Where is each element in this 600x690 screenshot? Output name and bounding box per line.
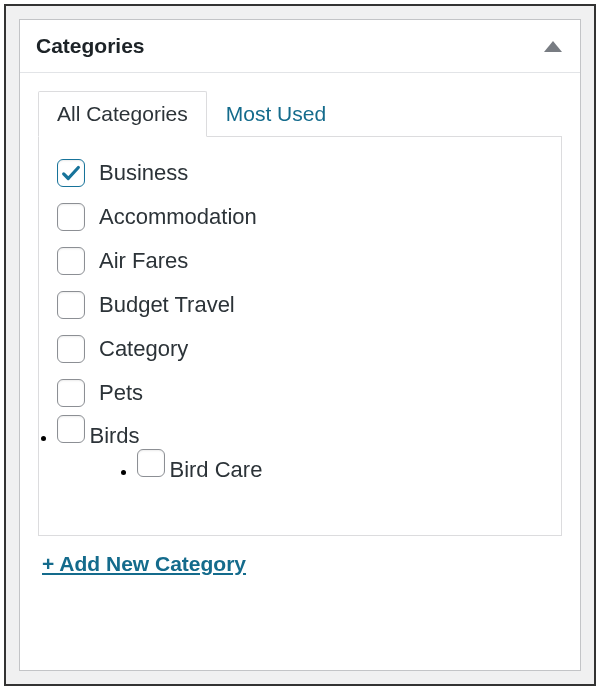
list-item: Birds [57, 415, 551, 449]
list-item: Budget Travel [57, 283, 551, 327]
panel-frame: Categories All Categories Most Used Busi… [4, 4, 596, 686]
category-list-box[interactable]: Business Accommodation Air Fares [38, 136, 562, 536]
tabs: All Categories Most Used [38, 91, 562, 137]
label-pets[interactable]: Pets [99, 380, 143, 406]
checkbox-accommodation[interactable] [57, 203, 85, 231]
collapse-icon [544, 41, 562, 52]
label-birds[interactable]: Birds [89, 423, 139, 448]
tab-most-used[interactable]: Most Used [207, 91, 345, 137]
list-item: Accommodation [57, 195, 551, 239]
label-budget-travel[interactable]: Budget Travel [99, 292, 235, 318]
list-item: Air Fares [57, 239, 551, 283]
check-icon [60, 162, 82, 184]
label-air-fares[interactable]: Air Fares [99, 248, 188, 274]
grandchild-list: Bird Care [57, 449, 551, 483]
tab-all-categories[interactable]: All Categories [38, 91, 207, 137]
checkbox-pets[interactable] [57, 379, 85, 407]
list-item: Category [57, 327, 551, 371]
label-accommodation[interactable]: Accommodation [99, 204, 257, 230]
list-item: Pets [57, 371, 551, 415]
panel-header[interactable]: Categories [20, 20, 580, 73]
panel-title: Categories [36, 34, 145, 58]
category-list: Business Accommodation Air Fares [57, 151, 551, 415]
add-new-category-link[interactable]: + Add New Category [42, 552, 246, 575]
checkbox-category[interactable] [57, 335, 85, 363]
add-new-wrap: + Add New Category [38, 536, 562, 586]
checkbox-business[interactable] [57, 159, 85, 187]
categories-panel: Categories All Categories Most Used Busi… [19, 19, 581, 671]
list-item: Business [57, 151, 551, 195]
child-list: Birds [57, 415, 551, 449]
checkbox-budget-travel[interactable] [57, 291, 85, 319]
panel-body: All Categories Most Used Business [20, 73, 580, 670]
list-item: Bird Care [137, 449, 551, 483]
label-business[interactable]: Business [99, 160, 188, 186]
label-category[interactable]: Category [99, 336, 188, 362]
checkbox-birds[interactable] [57, 415, 85, 443]
checkbox-bird-care[interactable] [137, 449, 165, 477]
checkbox-air-fares[interactable] [57, 247, 85, 275]
label-bird-care[interactable]: Bird Care [169, 457, 262, 482]
